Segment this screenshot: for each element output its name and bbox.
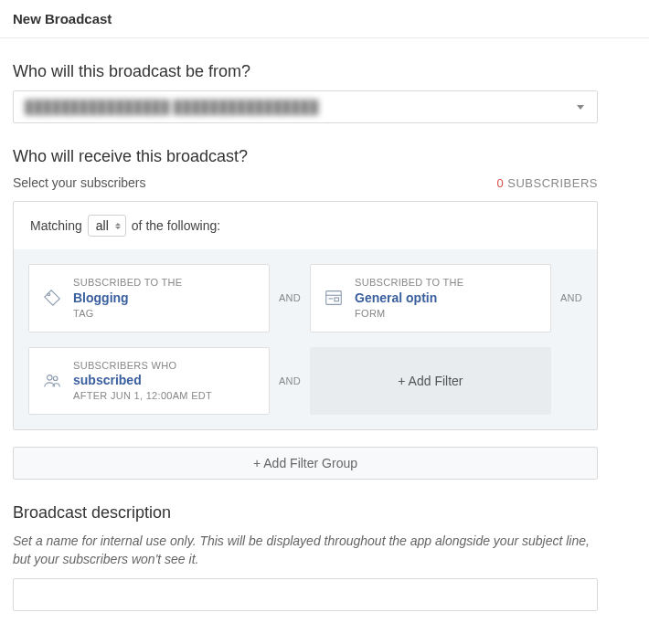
matching-prefix: Matching [30,218,82,233]
filter-card-tag[interactable]: SUBSCRIBED TO THE Blogging TAG [28,264,270,333]
description-heading: Broadcast description [13,503,636,523]
select-subscribers-label: Select your subscribers [13,175,146,190]
filter-line1: SUBSCRIBERS WHO [73,359,212,373]
spacer [560,347,582,416]
from-selected-value: ████████████████ ████████████████ [25,100,318,114]
filter-value: Blogging [73,290,182,307]
add-filter-group-button[interactable]: + Add Filter Group [13,447,598,480]
svg-point-6 [53,376,58,381]
filter-line3: TAG [73,307,182,321]
filter-value: General optin [355,290,463,307]
and-label: AND [560,264,582,333]
description-input[interactable] [13,578,598,611]
chevron-down-icon [577,105,584,110]
page-header: New Broadcast [0,0,649,38]
matching-bar: Matching all of the following: [14,202,597,249]
matching-mode-value: all [96,218,109,233]
form-icon [322,288,346,308]
add-filter-label: + Add Filter [398,374,463,388]
subscriber-count-number: 0 [496,176,504,190]
filter-line3: AFTER JUN 1, 12:00AM EDT [73,389,212,403]
matching-suffix: of the following: [132,218,220,233]
matching-mode-select[interactable]: all [88,215,126,237]
tag-icon [40,288,64,308]
subscriber-count: 0 SUBSCRIBERS [496,176,598,190]
people-icon [40,371,64,391]
page-title: New Broadcast [13,11,636,26]
from-dropdown[interactable]: ████████████████ ████████████████ [13,90,598,123]
from-heading: Who will this broadcast be from? [13,62,636,81]
add-filter-group-label: + Add Filter Group [253,456,357,470]
filter-line3: FORM [355,307,463,321]
and-label: AND [279,264,301,333]
and-label: AND [279,347,301,416]
filter-line1: SUBSCRIBED TO THE [73,276,182,290]
filter-card-subscribers[interactable]: SUBSCRIBERS WHO subscribed AFTER JUN 1, … [28,347,270,416]
add-filter-button[interactable]: + Add Filter [310,347,551,416]
svg-point-0 [48,293,50,296]
description-hint: Set a name for internal use only. This w… [13,532,598,569]
filter-line1: SUBSCRIBED TO THE [355,276,463,290]
recipients-subrow: Select your subscribers 0 SUBSCRIBERS [13,175,598,190]
recipients-heading: Who will receive this broadcast? [13,147,636,166]
sort-icon [115,223,121,229]
filter-group: Matching all of the following: SUBSCRIBE… [13,201,598,430]
svg-rect-4 [335,298,339,301]
subscriber-count-label: SUBSCRIBERS [507,176,598,190]
filter-grid: SUBSCRIBED TO THE Blogging TAG AND SUBSC… [14,249,597,429]
filter-value: subscribed [73,372,212,389]
svg-point-5 [48,375,53,380]
filter-card-form[interactable]: SUBSCRIBED TO THE General optin FORM [310,264,551,333]
